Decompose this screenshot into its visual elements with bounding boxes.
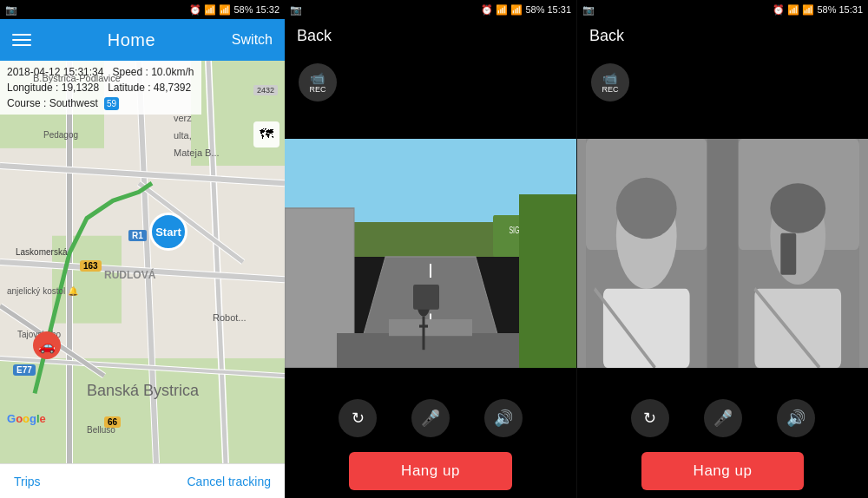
black-bottom-3 — [577, 368, 868, 392]
status-bar-right: ⏰ 📶 📶 ⏰ 📶 📶 58% 58% 15:32 — [189, 4, 279, 16]
mic-icon-3: 🎤 — [713, 409, 733, 428]
battery-text: 58% — [233, 4, 253, 15]
rec-area-2: 📹 REC — [285, 52, 576, 113]
mic-icon: 🎤 — [421, 409, 440, 428]
signal-icon-2: 📶 — [510, 4, 523, 16]
camera-icon-3: 📷 — [582, 4, 595, 16]
video-feed-front: SIGN — [285, 139, 576, 368]
map-badge-2432: 2432 — [253, 85, 278, 95]
hamburger-menu[interactable] — [12, 34, 31, 46]
status-icons-3: ⏰ 📶 📶 58% 15:31 — [773, 4, 863, 16]
svg-rect-36 — [519, 194, 576, 368]
status-bar-map: 📷 ⏰ 📶 📶 ⏰ 📶 📶 58% 58% 15:32 — [0, 0, 285, 19]
google-logo: Google — [7, 412, 46, 425]
video-panel-interior: 📷 ⏰ 📶 📶 58% 15:31 Back 📹 REC — [576, 0, 868, 498]
rec-camera-icon-3: 📹 — [602, 71, 617, 85]
black-bottom-2 — [285, 368, 576, 392]
time-display: 15:32 — [255, 4, 279, 15]
district-label: B.Bystrica-Podlavice — [33, 73, 121, 83]
video-header-3: Back — [577, 19, 868, 52]
mic-button-3[interactable]: 🎤 — [704, 399, 742, 437]
alarm-icon: ⏰ — [189, 4, 201, 16]
start-marker: Start — [149, 213, 187, 251]
speaker-button-2[interactable]: 🔊 — [484, 399, 523, 437]
speaker-icon-3: 🔊 — [786, 409, 806, 428]
trips-link[interactable]: Trips — [14, 475, 41, 488]
info-bar: 2018-04-12 15:31:34 Speed : 10.0km/h Lon… — [0, 61, 201, 115]
signal-icon-3: 📶 — [802, 4, 814, 16]
bottom-bar: Trips Cancel tracking — [0, 463, 285, 498]
map-type-button[interactable]: 🗺 — [253, 121, 279, 147]
road-e77-badge: E77 — [13, 364, 36, 376]
map-svg — [0, 61, 285, 463]
rotate-button-2[interactable]: ↻ — [339, 399, 377, 437]
pedagog-label: Pedagog — [43, 130, 78, 140]
rotate-icon-3: ↻ — [643, 409, 656, 428]
status-icons-2: ⏰ 📶 📶 58% 15:31 — [481, 4, 571, 16]
city-label: Banská Bystrica — [87, 382, 199, 400]
ult-label: ulta, — [174, 130, 192, 141]
video-feed-interior — [577, 139, 868, 368]
mic-button-2[interactable]: 🎤 — [411, 399, 450, 437]
svg-rect-35 — [413, 285, 439, 310]
time-3: 15:31 — [838, 4, 863, 15]
map-area[interactable]: B.Bystrica-Podlavice Laskomerská RUDLOVÁ… — [0, 61, 285, 463]
anjelicky-label: anjelický kostol 🔔 — [7, 286, 78, 296]
battery-3: 58% — [817, 4, 836, 15]
rec-button-3[interactable]: 📹 REC — [591, 63, 629, 102]
map-panel: 📷 ⏰ 📶 📶 ⏰ 📶 📶 58% 58% 15:32 Home Switch … — [0, 0, 285, 498]
mateja-label: Mateja B... — [174, 147, 220, 158]
wifi-icon-2: 📶 — [496, 4, 508, 16]
svg-rect-30 — [337, 333, 524, 368]
vers-label: verz — [174, 113, 192, 123]
controls-area-3: ↻ 🎤 🔊 — [577, 392, 868, 444]
rotate-icon: ↻ — [352, 409, 365, 428]
svg-point-42 — [616, 178, 677, 239]
svg-point-45 — [770, 183, 825, 233]
app-header: Home Switch — [0, 19, 285, 61]
hang-up-area-2: Hang up — [285, 444, 576, 498]
video-panel-front: 📷 ⏰ 📶 📶 58% 15:31 Back 📹 REC — [285, 0, 576, 498]
wifi-icon: 📶 — [204, 4, 216, 16]
rec-button-2[interactable]: 📹 REC — [299, 63, 337, 102]
switch-button[interactable]: Switch — [232, 32, 273, 48]
laskomerska-label: Laskomerská — [16, 247, 67, 257]
cancel-tracking-link[interactable]: Cancel tracking — [187, 475, 272, 488]
hang-up-button-3[interactable]: Hang up — [641, 452, 805, 490]
back-button-2[interactable]: Back — [297, 27, 332, 45]
speaker-button-3[interactable]: 🔊 — [777, 399, 815, 437]
back-button-3[interactable]: Back — [589, 27, 624, 45]
road-r1-badge: R1 — [128, 230, 147, 241]
road-66-badge: 66 — [104, 416, 121, 428]
signal-icon: 📶 — [219, 4, 231, 16]
hang-up-area-3: Hang up — [577, 444, 868, 498]
speaker-icon: 🔊 — [494, 409, 513, 428]
camera-icon: 📷 — [5, 4, 17, 16]
app-title: Home — [108, 30, 155, 50]
status-bar-video2: 📷 ⏰ 📶 📶 58% 15:31 — [285, 0, 576, 19]
battery-2: 58% — [525, 4, 544, 15]
rotate-button-3[interactable]: ↻ — [631, 399, 669, 437]
roboto-label: Robot... — [213, 312, 247, 323]
time-2: 15:31 — [547, 4, 571, 15]
controls-area-2: ↻ 🎤 🔊 — [285, 392, 576, 444]
camera-icon-2: 📷 — [290, 4, 302, 16]
black-top-3 — [577, 113, 868, 139]
rudlova-label: RUDLOVÁ — [104, 269, 155, 281]
video-header-2: Back — [285, 19, 576, 52]
svg-rect-46 — [754, 289, 841, 368]
svg-rect-50 — [577, 139, 586, 368]
svg-rect-51 — [859, 139, 868, 368]
alarm-icon-3: ⏰ — [773, 4, 785, 16]
car-icon: 🚗 — [33, 331, 61, 359]
alarm-icon-2: ⏰ — [481, 4, 493, 16]
wifi-icon-3: 📶 — [787, 4, 799, 16]
status-bar-video3: 📷 ⏰ 📶 📶 58% 15:31 — [577, 0, 868, 19]
rec-label-2: REC — [309, 85, 326, 94]
svg-rect-31 — [389, 319, 472, 336]
hang-up-button-2[interactable]: Hang up — [349, 452, 512, 490]
status-bar-left: 📷 — [5, 4, 17, 16]
info-course: Course : Southwest 59 — [7, 95, 194, 111]
dashcam-svg: SIGN — [285, 139, 576, 368]
rec-camera-icon: 📹 — [310, 71, 325, 85]
